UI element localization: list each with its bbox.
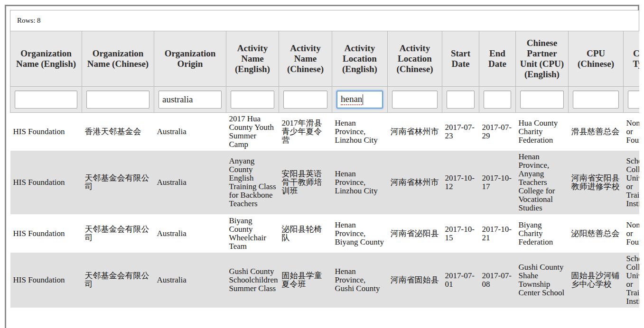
cell-cpu-type: Nonprofit or Foundation [624,214,640,253]
cell-org-name-cn: 天邻基金会有限公司 [82,214,154,253]
cell-end-date: 2017-10-17 [479,151,516,214]
cell-cpu-type: School, College, University or Training … [624,253,640,308]
cell-activity-name-cn: 2017年滑县青少年夏令营 [279,113,332,151]
cell-org-name-en: HIS Foundation [10,253,82,308]
cell-org-origin: Australia [154,253,226,308]
cell-activity-name-en: Hua County and HIS Medical [226,308,279,328]
end-date-filter-input[interactable] [484,91,511,109]
header-row: Organization Name (English) Organization… [10,31,640,87]
cpu-en-filter-input[interactable] [520,91,564,109]
column-header-cpu-cn: CPU (Chinese) [569,31,624,87]
cell-org-name-en: HIS Foundation [10,151,82,214]
cell-org-origin: Australia [154,151,226,214]
cell-cpu-cn: 固始县沙河铺乡中心学校 [569,253,624,308]
cell-end-date: 2017-10-21 [479,214,516,253]
org-origin-filter-input[interactable] [159,91,222,109]
table-row: HIS Foundation 天邻基金会有限公司 Australia Gushi… [10,253,640,308]
activity-name-en-filter-input[interactable] [231,91,274,109]
cell-activity-name-cn: 泌阳县轮椅队 [279,214,332,253]
frame-border-stub [638,6,639,10]
cell-org-name-cn: 香港天邻基金会 [82,113,154,151]
column-header-org-name-cn: Organization Name (Chinese) [82,31,154,87]
table-row: HIS Foundation 天邻基金会有限公司 Australia Anyan… [10,151,640,214]
column-header-org-name-en: Organization Name (English) [10,31,82,87]
cell-org-name-en: HIS Foundation [10,214,82,253]
table-row: HIS Foundation 香港天邻基金会 Australia 2017 Hu… [10,113,640,151]
cell-cpu-cn: 泌阳慈善总会 [569,214,624,253]
cell-activity-name-en: 2017 Hua County Youth Summer Camp [226,113,279,151]
org-name-cn-filter-input[interactable] [86,91,149,109]
cell-cpu-type: School, College, University or Training … [624,151,640,214]
cell-activity-location-cn: 河南省固始县 [388,253,442,308]
cell-activity-location-en: Henan Province, Hua [332,308,388,328]
cell-cpu-cn: 河南省滑县慈善总会/滑县新 [569,308,624,328]
cell-activity-location-en: Henan Province, Gushi County [332,253,388,308]
table-row: HIS Foundation 天邻基金会有限公司 Australia Hua C… [10,308,640,328]
cell-start-date: 2017-03- [442,308,479,328]
cell-start-date: 2017-07-23 [442,113,479,151]
cell-activity-location-en: Henan Province, Linzhou City [332,151,388,214]
table-row: HIS Foundation 天邻基金会有限公司 Australia Biyan… [10,214,640,253]
cell-end-date: 2017-07-29 [479,113,516,151]
activity-location-en-filter-input[interactable]: henan [336,91,383,109]
cell-end-date: 2017-10- [479,308,516,328]
column-header-end-date: End Date [479,31,516,87]
cell-cpu-en: Gushi County Shahe Township Center Schoo… [516,253,569,308]
cell-activity-name-en: Biyang County Wheelchair Team [226,214,279,253]
cell-activity-name-cn: 安阳县英语骨干教师培训班 [279,151,332,214]
cell-org-origin: Australia [154,308,226,328]
cell-activity-name-en: Gushi County Schoolchildren Summer Class [226,253,279,308]
cell-cpu-type: Nonprofit or Foundation [624,308,640,328]
text-caret [363,94,363,105]
cell-cpu-en: Henan Province, Hua County Charitable [516,308,569,328]
cell-end-date: 2017-07-08 [479,253,516,308]
cell-org-name-cn: 天邻基金会有限公司 [82,253,154,308]
cell-cpu-en: Henan Province, Anyang Teachers College … [516,151,569,214]
column-header-start-date: Start Date [442,31,479,87]
page-frame: Rows: 8 Organization Name (English) Orga… [5,5,639,328]
rows-count-label: Rows: 8 [10,10,639,31]
column-header-cpu-type: CPU Type [624,31,640,87]
cell-org-origin: Australia [154,214,226,253]
cpu-type-filter-input[interactable] [628,91,639,109]
column-header-activity-name-cn: Activity Name (Chinese) [279,31,332,87]
cell-activity-name-cn: 固始县学童夏令班 [279,253,332,308]
cell-org-name-en: HIS Foundation [10,308,82,328]
org-name-en-filter-input[interactable] [15,91,77,109]
cell-activity-location-cn: 河南省林州市 [388,113,442,151]
cell-cpu-cn: 河南省安阳县教师进修学校 [569,151,624,214]
column-header-activity-name-en: Activity Name (English) [226,31,279,87]
cell-start-date: 2017-10-15 [442,214,479,253]
cell-org-name-cn: 天邻基金会有限公司 [82,151,154,214]
cell-activity-name-cn: 滑县与天邻医学交流及义诊 [279,308,332,328]
activity-name-cn-filter-input[interactable] [283,91,327,109]
cell-org-origin: Australia [154,113,226,151]
start-date-filter-input[interactable] [447,91,475,109]
cell-start-date: 2017-07-01 [442,253,479,308]
column-header-org-origin: Organization Origin [154,31,226,87]
column-header-cpu-en: Chinese Partner Unit (CPU) (English) [516,31,569,87]
cell-activity-location-cn: 河南省林州市 [388,151,442,214]
cell-activity-location-cn: 河南省滑县 [388,308,442,328]
cell-cpu-en: Hua County Charity Federation [516,113,569,151]
cell-activity-location-en: Henan Province, Linzhou City [332,113,388,151]
column-header-activity-location-cn: Activity Location (Chinese) [388,31,442,87]
activities-table: Organization Name (English) Organization… [10,31,639,328]
activity-location-cn-filter-input[interactable] [392,91,438,109]
cell-cpu-type: Nonprofit or Foundation [624,113,640,151]
filter-text-henan: henan [341,94,362,105]
cell-start-date: 2017-10-12 [442,151,479,214]
cpu-cn-filter-input[interactable] [573,91,619,109]
cell-activity-location-en: Henan Province, Biyang County [332,214,388,253]
column-header-activity-location-en: Activity Location (English) [332,31,388,87]
cell-org-name-cn: 天邻基金会有限公司 [82,308,154,328]
cell-org-name-en: HIS Foundation [10,113,82,151]
cell-activity-name-en: Anyang County English Training Class for… [226,151,279,214]
cell-cpu-en: Biyang Charity Federation [516,214,569,253]
cell-cpu-cn: 滑县慈善总会 [569,113,624,151]
filter-row: henan [10,87,640,113]
cell-activity-location-cn: 河南省泌阳县 [388,214,442,253]
